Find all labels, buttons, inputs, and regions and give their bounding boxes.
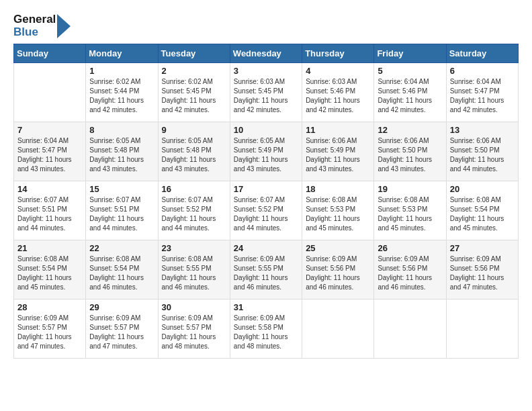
day-number: 27	[450, 243, 515, 253]
day-info: Sunrise: 6:07 AMSunset: 5:51 PMDaylight:…	[17, 195, 82, 233]
calendar-cell: 24 Sunrise: 6:09 AMSunset: 5:55 PMDaylig…	[230, 240, 302, 300]
day-number: 20	[450, 184, 515, 194]
day-info: Sunrise: 6:08 AMSunset: 5:55 PMDaylight:…	[162, 255, 226, 292]
calendar-cell: 25 Sunrise: 6:09 AMSunset: 5:56 PMDaylig…	[302, 240, 374, 300]
calendar-cell	[302, 300, 374, 359]
day-number: 24	[234, 243, 298, 253]
day-number: 12	[378, 125, 442, 135]
calendar-cell: 31 Sunrise: 6:09 AMSunset: 5:58 PMDaylig…	[230, 300, 302, 359]
calendar-cell: 5 Sunrise: 6:04 AMSunset: 5:46 PMDayligh…	[374, 63, 446, 122]
day-number: 7	[17, 125, 82, 135]
calendar-cell: 27 Sunrise: 6:09 AMSunset: 5:56 PMDaylig…	[446, 240, 518, 300]
calendar-cell: 30 Sunrise: 6:09 AMSunset: 5:57 PMDaylig…	[158, 300, 230, 359]
day-info: Sunrise: 6:05 AMSunset: 5:48 PMDaylight:…	[162, 136, 226, 174]
day-info: Sunrise: 6:04 AMSunset: 5:47 PMDaylight:…	[17, 136, 82, 174]
week-row-5: 28 Sunrise: 6:09 AMSunset: 5:57 PMDaylig…	[14, 300, 519, 359]
day-number: 26	[378, 243, 442, 253]
calendar-cell: 17 Sunrise: 6:07 AMSunset: 5:52 PMDaylig…	[230, 181, 302, 240]
calendar-cell: 12 Sunrise: 6:06 AMSunset: 5:50 PMDaylig…	[374, 122, 446, 181]
calendar-cell: 11 Sunrise: 6:06 AMSunset: 5:49 PMDaylig…	[302, 122, 374, 181]
calendar-cell: 29 Sunrise: 6:09 AMSunset: 5:57 PMDaylig…	[86, 300, 158, 359]
calendar-cell: 15 Sunrise: 6:07 AMSunset: 5:51 PMDaylig…	[86, 181, 158, 240]
day-info: Sunrise: 6:03 AMSunset: 5:45 PMDaylight:…	[234, 77, 298, 115]
day-number: 29	[89, 302, 154, 312]
day-number: 19	[378, 184, 442, 194]
day-number: 5	[378, 66, 442, 76]
weekday-header-thursday: Thursday	[302, 44, 374, 63]
day-number: 17	[234, 184, 298, 194]
calendar-cell: 9 Sunrise: 6:05 AMSunset: 5:48 PMDayligh…	[158, 122, 230, 181]
calendar-cell: 7 Sunrise: 6:04 AMSunset: 5:47 PMDayligh…	[14, 122, 86, 181]
day-number: 3	[234, 66, 298, 76]
calendar-cell	[446, 300, 518, 359]
day-number: 8	[89, 125, 154, 135]
day-info: Sunrise: 6:04 AMSunset: 5:46 PMDaylight:…	[378, 77, 442, 115]
header-section: General Blue	[13, 13, 519, 38]
day-info: Sunrise: 6:07 AMSunset: 5:52 PMDaylight:…	[162, 195, 226, 233]
calendar-cell: 21 Sunrise: 6:08 AMSunset: 5:54 PMDaylig…	[14, 240, 86, 300]
calendar-cell: 6 Sunrise: 6:04 AMSunset: 5:47 PMDayligh…	[446, 63, 518, 122]
day-info: Sunrise: 6:09 AMSunset: 5:57 PMDaylight:…	[89, 314, 154, 351]
day-info: Sunrise: 6:08 AMSunset: 5:54 PMDaylight:…	[450, 195, 515, 233]
calendar-cell: 16 Sunrise: 6:07 AMSunset: 5:52 PMDaylig…	[158, 181, 230, 240]
calendar-cell	[14, 63, 86, 122]
day-number: 28	[17, 302, 82, 312]
day-number: 10	[234, 125, 298, 135]
day-info: Sunrise: 6:06 AMSunset: 5:50 PMDaylight:…	[378, 136, 442, 174]
day-info: Sunrise: 6:09 AMSunset: 5:55 PMDaylight:…	[234, 255, 298, 292]
day-info: Sunrise: 6:02 AMSunset: 5:45 PMDaylight:…	[162, 77, 226, 115]
day-info: Sunrise: 6:05 AMSunset: 5:49 PMDaylight:…	[234, 136, 298, 174]
weekday-header-row: SundayMondayTuesdayWednesdayThursdayFrid…	[14, 44, 519, 63]
day-info: Sunrise: 6:07 AMSunset: 5:52 PMDaylight:…	[234, 195, 298, 233]
day-info: Sunrise: 6:02 AMSunset: 5:44 PMDaylight:…	[89, 77, 154, 115]
weekday-header-monday: Monday	[86, 44, 158, 63]
day-info: Sunrise: 6:07 AMSunset: 5:51 PMDaylight:…	[89, 195, 154, 233]
calendar-cell: 20 Sunrise: 6:08 AMSunset: 5:54 PMDaylig…	[446, 181, 518, 240]
week-row-3: 14 Sunrise: 6:07 AMSunset: 5:51 PMDaylig…	[14, 181, 519, 240]
day-number: 21	[17, 243, 82, 253]
calendar-cell: 14 Sunrise: 6:07 AMSunset: 5:51 PMDaylig…	[14, 181, 86, 240]
day-number: 2	[162, 66, 226, 76]
calendar-cell: 28 Sunrise: 6:09 AMSunset: 5:57 PMDaylig…	[14, 300, 86, 359]
calendar-cell	[374, 300, 446, 359]
calendar-cell: 18 Sunrise: 6:08 AMSunset: 5:53 PMDaylig…	[302, 181, 374, 240]
weekday-header-saturday: Saturday	[446, 44, 518, 63]
day-number: 31	[234, 302, 298, 312]
day-number: 30	[162, 302, 226, 312]
day-info: Sunrise: 6:06 AMSunset: 5:49 PMDaylight:…	[306, 136, 370, 174]
day-number: 1	[89, 66, 154, 76]
day-info: Sunrise: 6:08 AMSunset: 5:53 PMDaylight:…	[306, 195, 370, 233]
calendar-table: SundayMondayTuesdayWednesdayThursdayFrid…	[13, 44, 519, 359]
calendar-cell: 8 Sunrise: 6:05 AMSunset: 5:48 PMDayligh…	[86, 122, 158, 181]
day-info: Sunrise: 6:06 AMSunset: 5:50 PMDaylight:…	[450, 136, 515, 174]
week-row-1: 1 Sunrise: 6:02 AMSunset: 5:44 PMDayligh…	[14, 63, 519, 122]
calendar-cell: 3 Sunrise: 6:03 AMSunset: 5:45 PMDayligh…	[230, 63, 302, 122]
calendar-cell: 13 Sunrise: 6:06 AMSunset: 5:50 PMDaylig…	[446, 122, 518, 181]
calendar-cell: 26 Sunrise: 6:09 AMSunset: 5:56 PMDaylig…	[374, 240, 446, 300]
day-number: 14	[17, 184, 82, 194]
week-row-4: 21 Sunrise: 6:08 AMSunset: 5:54 PMDaylig…	[14, 240, 519, 300]
day-number: 13	[450, 125, 515, 135]
day-info: Sunrise: 6:03 AMSunset: 5:46 PMDaylight:…	[306, 77, 370, 115]
week-row-2: 7 Sunrise: 6:04 AMSunset: 5:47 PMDayligh…	[14, 122, 519, 181]
day-number: 25	[306, 243, 370, 253]
calendar-cell: 2 Sunrise: 6:02 AMSunset: 5:45 PMDayligh…	[158, 63, 230, 122]
day-info: Sunrise: 6:09 AMSunset: 5:58 PMDaylight:…	[234, 314, 298, 351]
day-number: 9	[162, 125, 226, 135]
day-number: 23	[162, 243, 226, 253]
calendar-cell: 23 Sunrise: 6:08 AMSunset: 5:55 PMDaylig…	[158, 240, 230, 300]
day-info: Sunrise: 6:09 AMSunset: 5:57 PMDaylight:…	[17, 314, 82, 351]
day-info: Sunrise: 6:04 AMSunset: 5:47 PMDaylight:…	[450, 77, 515, 115]
day-number: 15	[89, 184, 154, 194]
weekday-header-wednesday: Wednesday	[230, 44, 302, 63]
day-number: 11	[306, 125, 370, 135]
calendar-cell: 22 Sunrise: 6:08 AMSunset: 5:54 PMDaylig…	[86, 240, 158, 300]
day-info: Sunrise: 6:08 AMSunset: 5:54 PMDaylight:…	[17, 255, 82, 292]
calendar-cell: 19 Sunrise: 6:08 AMSunset: 5:53 PMDaylig…	[374, 181, 446, 240]
calendar-cell: 10 Sunrise: 6:05 AMSunset: 5:49 PMDaylig…	[230, 122, 302, 181]
svg-marker-0	[57, 14, 71, 38]
day-info: Sunrise: 6:08 AMSunset: 5:54 PMDaylight:…	[89, 255, 154, 292]
calendar-cell: 4 Sunrise: 6:03 AMSunset: 5:46 PMDayligh…	[302, 63, 374, 122]
day-info: Sunrise: 6:09 AMSunset: 5:57 PMDaylight:…	[162, 314, 226, 351]
day-number: 6	[450, 66, 515, 76]
